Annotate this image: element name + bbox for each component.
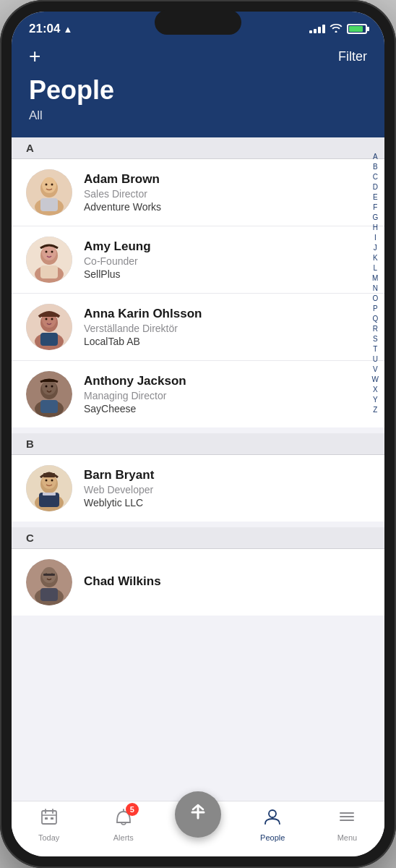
svg-point-17: [46, 318, 48, 320]
contact-role-barn: Web Developer: [84, 484, 370, 495]
section-gap-b: [12, 427, 384, 433]
alphabet-sidebar: A B C D E F G H I J K L M N O P Q R S T: [369, 152, 382, 415]
contact-list-c: Chad Wilkins: [12, 549, 384, 616]
svg-point-24: [46, 386, 48, 388]
svg-rect-27: [40, 400, 58, 413]
svg-point-11: [51, 251, 53, 253]
tab-alerts-label: Alerts: [113, 833, 134, 842]
alerts-badge-container: 5: [114, 807, 133, 830]
alerts-badge: 5: [126, 803, 139, 816]
alpha-e[interactable]: E: [369, 192, 382, 203]
alpha-s[interactable]: S: [369, 334, 382, 344]
svg-rect-33: [43, 473, 55, 477]
dynamic-island: [155, 10, 241, 35]
content-area: A B C D E F G H I J K L M N O P Q R S T: [12, 137, 384, 801]
svg-point-2: [42, 177, 56, 193]
alpha-k[interactable]: K: [369, 253, 382, 263]
alpha-i[interactable]: I: [369, 233, 382, 243]
alpha-r[interactable]: R: [369, 324, 382, 334]
contact-info-chad: Chad Wilkins: [84, 574, 370, 590]
alpha-f[interactable]: F: [369, 203, 382, 213]
svg-point-3: [46, 184, 48, 186]
alpha-c[interactable]: C: [369, 172, 382, 182]
tab-today-label: Today: [38, 833, 59, 842]
section-header-b: B: [12, 433, 384, 455]
tab-bar: Today 5 Alerts: [12, 801, 384, 856]
svg-point-25: [51, 386, 53, 388]
contact-company-barn: Weblytic LLC: [84, 497, 370, 509]
svg-point-10: [46, 251, 48, 253]
contact-company-adam: Adventure Works: [84, 201, 370, 213]
alpha-u[interactable]: U: [369, 354, 382, 365]
alpha-x[interactable]: X: [369, 385, 382, 395]
avatar-chad: [26, 559, 72, 605]
fab-button[interactable]: [175, 791, 221, 838]
contact-info-amy: Amy Leung Co-Founder SellPlus: [84, 239, 370, 280]
status-bar-left: 21:04 ▲: [29, 22, 72, 36]
svg-point-4: [51, 184, 53, 186]
menu-icon: [337, 807, 356, 830]
alpha-m[interactable]: M: [369, 273, 382, 284]
alpha-t[interactable]: T: [369, 344, 382, 354]
contact-list-a: Adam Brown Sales Director Adventure Work…: [12, 159, 384, 427]
tab-people-label: People: [260, 833, 285, 842]
alpha-q[interactable]: Q: [369, 314, 382, 324]
contact-item-amy[interactable]: Amy Leung Co-Founder SellPlus: [12, 226, 384, 294]
battery-fill: [349, 26, 363, 32]
alpha-o[interactable]: O: [369, 294, 382, 304]
alpha-d[interactable]: D: [369, 182, 382, 192]
contact-info-anna: Anna Karin Ohlsson Verställande Direktör…: [84, 307, 370, 347]
contact-item-adam[interactable]: Adam Brown Sales Director Adventure Work…: [12, 159, 384, 226]
contact-item-chad[interactable]: Chad Wilkins: [12, 549, 384, 616]
location-icon: ▲: [63, 24, 72, 35]
alpha-g[interactable]: G: [369, 213, 382, 223]
alpha-y[interactable]: Y: [369, 395, 382, 405]
contact-company-anna: LocalTab AB: [84, 336, 370, 347]
contact-name-adam: Adam Brown: [84, 172, 370, 187]
section-header-a: A: [12, 137, 384, 159]
contact-company-amy: SellPlus: [84, 268, 370, 280]
people-icon: [263, 807, 282, 830]
alpha-v[interactable]: V: [369, 365, 382, 375]
phone-frame: 21:04 ▲: [0, 0, 396, 868]
tab-menu-label: Menu: [337, 833, 358, 842]
avatar-amy: [26, 237, 72, 283]
alpha-p[interactable]: P: [369, 304, 382, 314]
alpha-h[interactable]: H: [369, 223, 382, 233]
contact-list-b: Barn Bryant Web Developer Weblytic LLC: [12, 455, 384, 522]
alpha-l[interactable]: L: [369, 263, 382, 273]
fab-icon: [188, 802, 208, 827]
tab-alerts[interactable]: 5 Alerts: [86, 807, 160, 842]
alpha-a[interactable]: A: [369, 152, 382, 162]
tab-fab-center: [160, 812, 235, 838]
alpha-z[interactable]: Z: [369, 405, 382, 415]
contact-role-anthony: Managing Director: [84, 390, 370, 401]
svg-rect-13: [40, 265, 58, 278]
contact-item-anthony[interactable]: Anthony Jackson Managing Director SayChe…: [12, 361, 384, 427]
tab-menu[interactable]: Menu: [310, 807, 384, 842]
alpha-w[interactable]: W: [369, 375, 382, 385]
signal-icon: [309, 25, 325, 33]
alpha-n[interactable]: N: [369, 284, 382, 294]
page-subtitle: All: [29, 109, 367, 123]
tab-people[interactable]: People: [236, 807, 310, 842]
battery-icon: [347, 24, 367, 34]
alpha-j[interactable]: J: [369, 243, 382, 253]
contact-item-barn[interactable]: Barn Bryant Web Developer Weblytic LLC: [12, 455, 384, 522]
svg-point-31: [46, 480, 48, 482]
filter-button[interactable]: Filter: [338, 49, 367, 64]
tab-today[interactable]: Today: [12, 807, 86, 842]
phone-screen: 21:04 ▲: [12, 12, 384, 856]
svg-rect-49: [45, 817, 48, 820]
contact-name-amy: Amy Leung: [84, 239, 370, 254]
svg-rect-6: [40, 198, 58, 211]
avatar-adam: [26, 169, 72, 216]
svg-point-18: [51, 318, 53, 320]
svg-point-32: [51, 480, 53, 482]
contact-item-anna[interactable]: Anna Karin Ohlsson Verställande Direktör…: [12, 294, 384, 361]
svg-rect-44: [40, 588, 58, 601]
contact-role-anna: Verställande Direktör: [84, 323, 370, 334]
alpha-b[interactable]: B: [369, 162, 382, 172]
add-button[interactable]: +: [29, 46, 40, 67]
contact-info-barn: Barn Bryant Web Developer Weblytic LLC: [84, 468, 370, 509]
